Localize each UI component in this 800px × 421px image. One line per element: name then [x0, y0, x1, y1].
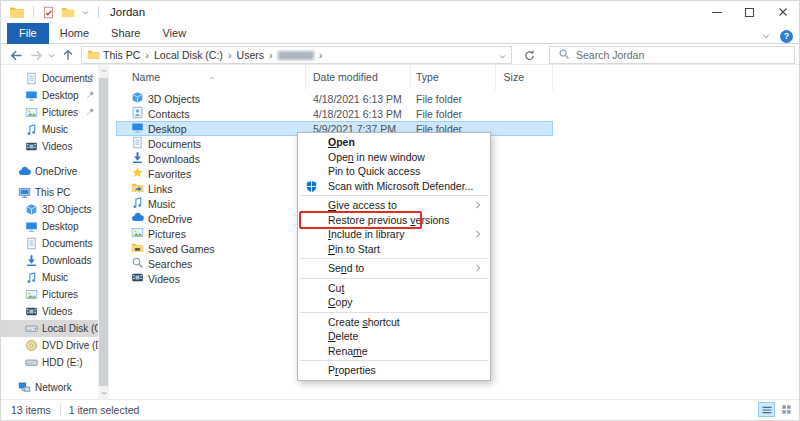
picture-icon [131, 226, 144, 239]
close-button[interactable] [766, 1, 799, 23]
up-button[interactable] [59, 47, 77, 63]
sidebar-item-pictures[interactable]: Pictures [1, 286, 98, 303]
menu-item-delete[interactable]: Delete [298, 329, 490, 344]
column-header-date-modified[interactable]: Date modified [306, 65, 411, 90]
file-row-contacts[interactable]: Contacts4/18/2021 6:13 PMFile folder [116, 106, 553, 121]
breadcrumb-item-local-disk-c[interactable]: Local Disk (C:) [151, 49, 226, 61]
scroll-down-icon[interactable] [98, 387, 109, 399]
file-type-cell: File folder [411, 108, 496, 120]
tab-home[interactable]: Home [49, 23, 100, 44]
menu-item-pin-to-start[interactable]: Pin to Start [298, 242, 490, 257]
menu-item-restore-previous-versions[interactable]: Restore previous versions [298, 213, 490, 228]
address-dropdown-chevron-icon[interactable] [498, 51, 507, 63]
thumbnails-view-button[interactable] [778, 402, 795, 417]
disk-icon [25, 322, 38, 335]
menu-item-label: Open [328, 136, 355, 148]
sidebar-item-videos[interactable]: Videos [1, 303, 98, 320]
column-headers: NameDate modifiedTypeSize [116, 65, 553, 90]
qat-customize-chevron-icon[interactable] [78, 8, 93, 17]
menu-item-open-in-new-window[interactable]: Open in new window [298, 150, 490, 165]
sidebar-item-3d-objects[interactable]: 3D Objects [1, 201, 98, 218]
file-name-cell: Favorites [116, 166, 306, 181]
cube-icon [131, 91, 144, 106]
tab-share[interactable]: Share [100, 23, 151, 44]
sidebar-item-pictures[interactable]: Pictures [1, 104, 98, 121]
chevron-right-icon [473, 229, 483, 239]
sidebar-item-label: Pictures [42, 289, 78, 300]
sidebar-item-local-disk-c[interactable]: Local Disk (C:) [1, 320, 98, 337]
menu-item-give-access-to[interactable]: Give access to [298, 198, 490, 213]
sidebar-item-label: OneDrive [35, 166, 77, 177]
menu-item-rename[interactable]: Rename [298, 344, 490, 359]
breadcrumb-item-this-pc[interactable]: This PC [100, 49, 143, 61]
close-x-icon [776, 5, 790, 19]
back-button[interactable] [7, 47, 25, 63]
qat-properties-button[interactable] [39, 6, 58, 19]
forward-button[interactable] [27, 47, 45, 63]
scroll-up-icon[interactable] [98, 65, 109, 77]
maximize-button[interactable] [733, 1, 766, 23]
help-button[interactable]: ? [780, 30, 793, 43]
monitor-icon [25, 220, 38, 233]
sidebar-item-downloads[interactable]: Downloads [1, 252, 98, 269]
sidebar-item-documents[interactable]: Documents [1, 70, 98, 87]
qat-new-folder-button[interactable] [58, 5, 78, 19]
sidebar-scrollbar[interactable] [98, 65, 109, 399]
saved-games-icon [131, 241, 144, 254]
menu-item-scan-with-microsoft-defender[interactable]: Scan with Microsoft Defender... [298, 179, 490, 194]
sidebar-item-desktop[interactable]: Desktop [1, 218, 98, 235]
sidebar-item-onedrive[interactable]: OneDrive [1, 163, 98, 180]
sidebar-item-music[interactable]: Music [1, 121, 98, 138]
sidebar-item-this-pc[interactable]: This PC [1, 184, 98, 201]
computer-icon [18, 186, 31, 199]
pin-icon [86, 107, 95, 116]
document-icon [25, 237, 38, 250]
menu-item-cut[interactable]: Cut [298, 281, 490, 296]
fwd-arrow-icon [29, 48, 44, 63]
music-icon [131, 196, 144, 209]
file-row-3d-objects[interactable]: 3D Objects4/18/2021 6:13 PMFile folder [116, 91, 553, 106]
sidebar-item-dvd-drive-d-es[interactable]: DVD Drive (D:) ES [1, 337, 98, 354]
sidebar-item-desktop[interactable]: Desktop [1, 87, 98, 104]
menu-item-include-in-library[interactable]: Include in library [298, 227, 490, 242]
menu-item-label: Restore previous versions [328, 214, 449, 226]
explorer-folder-icon [6, 4, 28, 20]
breadcrumb-username-redacted[interactable] [278, 51, 314, 60]
column-header-type[interactable]: Type [411, 65, 496, 90]
tab-file[interactable]: File [7, 23, 49, 44]
column-header-size[interactable]: Size [496, 65, 553, 90]
menu-item-copy[interactable]: Copy [298, 295, 490, 310]
sidebar-item-network[interactable]: Network [1, 379, 98, 396]
back-arrow-icon [9, 48, 24, 63]
expand-ribbon-chevron-icon[interactable] [761, 27, 771, 45]
column-header-name[interactable]: Name [116, 65, 306, 90]
monitor-icon [131, 121, 144, 136]
accel-char: v [410, 214, 415, 226]
recent-locations-chevron-icon[interactable] [45, 47, 57, 63]
disk-icon [25, 322, 38, 335]
submenu-arrow-icon [473, 263, 483, 275]
refresh-button[interactable] [519, 47, 539, 63]
file-name: Links [148, 183, 173, 195]
tab-view[interactable]: View [151, 23, 197, 44]
menu-item-properties[interactable]: Properties [298, 363, 490, 378]
menu-item-send-to[interactable]: Send to [298, 261, 490, 276]
details-view-button[interactable] [758, 402, 775, 417]
scrollbar-thumb[interactable] [99, 78, 108, 386]
minimize-button[interactable] [700, 1, 733, 23]
breadcrumb-item-users[interactable]: Users [234, 49, 267, 61]
file-name: Saved Games [148, 243, 215, 255]
network-icon [18, 381, 31, 394]
menu-item-open[interactable]: Open [298, 135, 490, 150]
menu-item-pin-to-quick-access[interactable]: Pin to Quick access [298, 164, 490, 179]
accel-char: O [328, 136, 336, 148]
item-count: 13 items [11, 404, 51, 416]
sidebar-item-documents[interactable]: Documents [1, 235, 98, 252]
menu-item-create-shortcut[interactable]: Create shortcut [298, 315, 490, 330]
chevron-down-icon [761, 31, 771, 41]
search-box[interactable]: Search Jordan [549, 46, 795, 64]
sidebar-item-music[interactable]: Music [1, 269, 98, 286]
sidebar-item-hdd-e[interactable]: HDD (E:) [1, 354, 98, 371]
address-bar[interactable]: This PC›Local Disk (C:)›Users›› [81, 46, 512, 64]
sidebar-item-videos[interactable]: Videos [1, 138, 98, 155]
